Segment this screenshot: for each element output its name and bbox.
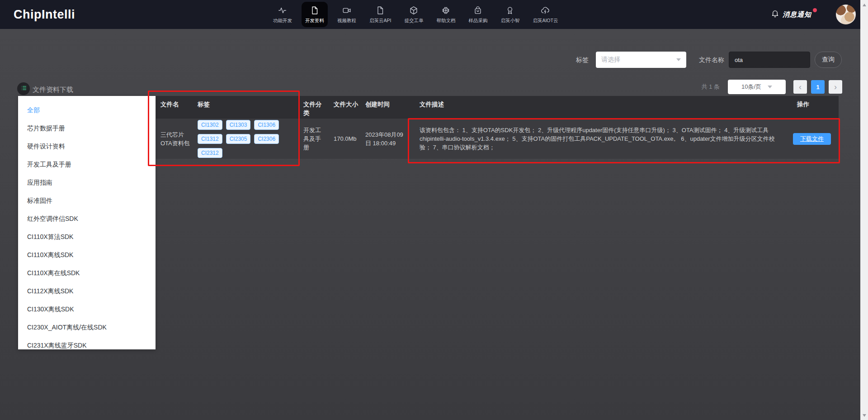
tag-pill: CI1306 xyxy=(254,120,279,130)
file-download-page: ChipIntelli 功能开发开发资料视频教程启英云API提交工单帮助文档样品… xyxy=(0,0,868,420)
shopping-bag-icon xyxy=(473,5,483,15)
header-description: 文件描述 xyxy=(420,96,785,109)
nav-item-label: 启英AIOT云 xyxy=(533,18,558,24)
sidebar-item-7[interactable]: CI110X算法SDK xyxy=(18,228,156,246)
chevron-down-icon xyxy=(768,86,772,88)
header-size: 文件大小 xyxy=(334,96,365,109)
cell-size: 170.0Mb xyxy=(334,134,365,143)
sidebar-item-6[interactable]: 红外空调伴侣SDK xyxy=(18,210,156,228)
search-button[interactable]: 查询 xyxy=(815,52,842,68)
notification-button[interactable]: 消息通知 xyxy=(771,0,811,29)
sidebar-item-12[interactable]: CI230X_AIOT离线/在线SDK xyxy=(18,319,156,337)
download-file-button[interactable]: 下载文件 xyxy=(793,133,831,145)
cell-description: 该资料包包含： 1、支持OTA的SDK开发包； 2、升级代理程序updater固… xyxy=(420,126,785,152)
nav-item-sample-purchase[interactable]: 样品采购 xyxy=(465,2,491,27)
top-navbar: ChipIntelli 功能开发开发资料视频教程启英云API提交工单帮助文档样品… xyxy=(0,0,868,29)
nav-item-qiying-xiaozhi[interactable]: 启英小智 xyxy=(497,2,523,27)
sidebar-item-11[interactable]: CI130X离线SDK xyxy=(18,301,156,319)
tag-pill: CI1303 xyxy=(226,120,251,130)
cell-created: 2023年08月09日 18:00:49 xyxy=(365,130,420,148)
table-header-row: 文件名 标签 文件分类 文件大小 创建时间 文件描述 操作 xyxy=(156,96,839,119)
filename-filter-label: 文件名称 xyxy=(699,56,724,64)
prev-page-button[interactable]: ‹ xyxy=(793,80,807,94)
nav-item-label: 开发资料 xyxy=(305,18,324,24)
nav-item-label: 样品采购 xyxy=(468,18,487,24)
list-icon xyxy=(20,85,27,93)
page-size-select[interactable]: 10条/页 xyxy=(728,80,786,94)
cell-filename: 三代芯片OTA资料包 xyxy=(160,130,198,148)
next-page-button[interactable]: › xyxy=(829,80,842,94)
header-created: 创建时间 xyxy=(365,96,420,109)
tag-filter-label: 标签 xyxy=(576,56,589,64)
tag-pill: CI1312 xyxy=(198,134,222,144)
sidebar-item-1[interactable]: 芯片数据手册 xyxy=(18,119,156,138)
tag-pill: CI2312 xyxy=(198,148,222,158)
tag-pill: CI1302 xyxy=(198,120,222,130)
chevron-down-icon xyxy=(676,58,681,61)
filename-input[interactable] xyxy=(729,52,810,68)
header-action: 操作 xyxy=(785,96,839,109)
nav-item-video-tutorials[interactable]: 视频教程 xyxy=(334,2,360,27)
tag-pill: CI2306 xyxy=(254,134,279,144)
user-avatar[interactable] xyxy=(836,5,856,24)
bell-icon xyxy=(771,10,779,20)
chipintelli-logo[interactable]: ChipIntelli xyxy=(14,0,75,29)
vertical-scrollbar[interactable] xyxy=(860,0,868,420)
notification-badge xyxy=(813,8,817,12)
nav-item-qiying-aiot-cloud[interactable]: 启英AIOT云 xyxy=(529,2,561,27)
page-1-button[interactable]: 1 xyxy=(811,80,825,94)
cloud-flash-icon xyxy=(540,5,550,15)
cube-icon xyxy=(409,5,419,15)
nav-item-label: 启英小智 xyxy=(500,18,519,24)
table-row: 三代芯片OTA资料包 CI1302CI1303CI1306CI1312CI230… xyxy=(156,119,839,159)
nav-item-dev-docs[interactable]: 开发资料 xyxy=(302,2,328,27)
nav-item-help-docs[interactable]: 帮助文档 xyxy=(433,2,459,27)
video-camera-icon xyxy=(342,5,352,15)
notification-label: 消息通知 xyxy=(783,10,811,19)
header-tags: 标签 xyxy=(198,96,303,109)
nav-item-label: 提交工单 xyxy=(404,18,423,24)
cell-action: 下载文件 xyxy=(785,133,839,145)
pulse-icon xyxy=(278,5,288,15)
sidebar-item-2[interactable]: 硬件设计资料 xyxy=(18,138,156,156)
tag-select[interactable]: 请选择 xyxy=(596,52,686,68)
file-icon xyxy=(375,5,385,15)
page-size-value: 10条/页 xyxy=(741,83,761,91)
nav-items: 功能开发开发资料视频教程启英云API提交工单帮助文档样品采购启英小智启英AIOT… xyxy=(269,0,561,29)
category-menu-button[interactable] xyxy=(17,82,30,95)
document-icon xyxy=(310,5,320,15)
header-category: 文件分类 xyxy=(303,96,334,117)
nav-item-submit-ticket[interactable]: 提交工单 xyxy=(401,2,427,27)
scroll-up-icon[interactable] xyxy=(860,1,868,9)
tag-select-placeholder: 请选择 xyxy=(601,56,620,64)
nav-item-label: 帮助文档 xyxy=(436,18,455,24)
nav-item-function-dev[interactable]: 功能开发 xyxy=(269,2,296,27)
sidebar-item-13[interactable]: CI231X离线蓝牙SDK xyxy=(18,337,156,355)
sidebar-item-0[interactable]: 全部 xyxy=(18,101,156,119)
sidebar-item-9[interactable]: CI110X离在线SDK xyxy=(18,264,156,282)
sidebar-item-3[interactable]: 开发工具及手册 xyxy=(18,156,156,174)
sidebar-item-5[interactable]: 标准固件 xyxy=(18,192,156,210)
cell-tags: CI1302CI1303CI1306CI1312CI2305CI2306CI23… xyxy=(198,120,303,158)
files-table: 文件名 标签 文件分类 文件大小 创建时间 文件描述 操作 三代芯片OTA资料包… xyxy=(156,96,839,159)
category-sidebar: 全部芯片数据手册硬件设计资料开发工具及手册应用指南标准固件红外空调伴侣SDKCI… xyxy=(18,96,156,349)
pagination: 共 1 条 10条/页 ‹ 1 › xyxy=(702,80,842,94)
tag-list: CI1302CI1303CI1306CI1312CI2305CI2306CI23… xyxy=(198,120,297,158)
scroll-down-icon[interactable] xyxy=(860,411,868,419)
medal-icon xyxy=(505,5,515,15)
sidebar-item-8[interactable]: CI110X离线SDK xyxy=(18,246,156,264)
cell-category: 开发工具及手册 xyxy=(303,126,334,152)
sidebar-item-10[interactable]: CI112X离线SDK xyxy=(18,282,156,301)
page-title: 文件资料下载 xyxy=(33,86,73,94)
nav-item-label: 启英云API xyxy=(369,18,391,24)
nav-item-qiying-cloud-api[interactable]: 启英云API xyxy=(366,2,395,27)
pagination-total: 共 1 条 xyxy=(702,83,720,91)
nav-item-label: 视频教程 xyxy=(337,18,356,24)
nav-item-label: 功能开发 xyxy=(273,18,292,24)
chip-icon xyxy=(441,5,451,15)
tag-pill: CI2305 xyxy=(226,134,251,144)
header-filename: 文件名 xyxy=(160,96,198,109)
sidebar-list: 全部芯片数据手册硬件设计资料开发工具及手册应用指南标准固件红外空调伴侣SDKCI… xyxy=(18,96,156,355)
sidebar-item-4[interactable]: 应用指南 xyxy=(18,174,156,192)
